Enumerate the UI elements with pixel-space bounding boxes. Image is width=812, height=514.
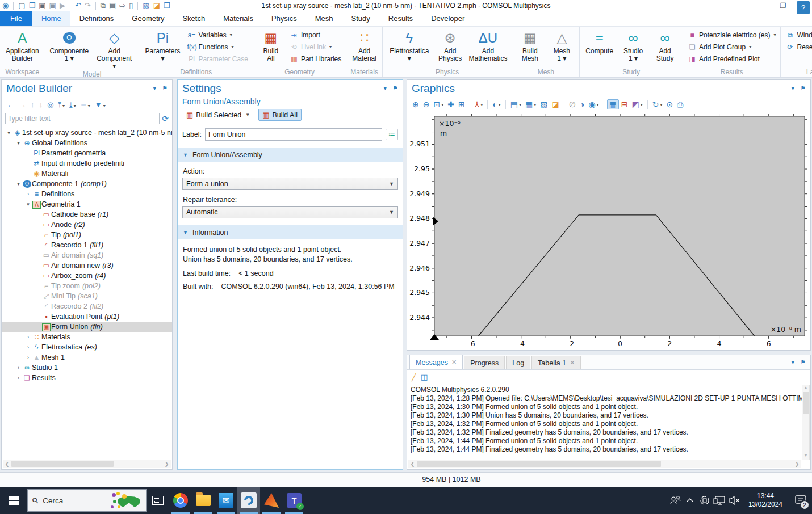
- ribbon-button-componente-1[interactable]: ΩComponente 1 ▾: [48, 28, 91, 70]
- tab-progress[interactable]: Progress: [464, 356, 505, 369]
- copy-button[interactable]: ⧉: [101, 1, 106, 11]
- tree-item-elettrostatica[interactable]: ›ϟElettrostatica(es): [2, 342, 172, 352]
- tree-item-mini-tip[interactable]: ⤢Mini Tip(sca1): [2, 291, 172, 301]
- mb-collapse-all-button[interactable]: ⤒▾: [56, 100, 66, 109]
- ribbon-button-parameters[interactable]: PiParameters ▾: [141, 28, 183, 68]
- chevron-right-icon[interactable]: ›: [15, 365, 22, 370]
- mb-node-text-button[interactable]: ≣▾: [79, 100, 92, 109]
- tree-item-geometria-1[interactable]: ▾AGeometria 1: [2, 199, 172, 209]
- scroll-left-icon[interactable]: ❮: [3, 461, 11, 467]
- taskbar-app-matlab[interactable]: [260, 487, 283, 514]
- panel-menu-icon[interactable]: ▾: [153, 85, 157, 92]
- paste-button[interactable]: ▤: [109, 1, 116, 11]
- mb-filter-button[interactable]: ▼▾: [93, 100, 107, 109]
- chevron-right-icon[interactable]: ›: [15, 375, 22, 381]
- msg-clear-button[interactable]: ╱: [412, 373, 416, 381]
- tab-log[interactable]: Log: [506, 356, 530, 369]
- mb-show-button[interactable]: ◎: [45, 100, 55, 109]
- panel-menu-icon[interactable]: ▾: [384, 85, 387, 92]
- information-section-header[interactable]: ▼ Information: [178, 225, 403, 239]
- tree-item-parametri-geometria[interactable]: PiParametri geometria: [2, 148, 172, 158]
- label-input[interactable]: [205, 128, 382, 141]
- refresh-icon[interactable]: ⟳: [162, 114, 169, 123]
- preview-button[interactable]: ❒: [164, 1, 170, 11]
- mb-move-up-button[interactable]: ↑: [29, 100, 36, 109]
- gfx-print-button[interactable]: ⎙: [675, 100, 685, 109]
- deselect-button[interactable]: ◪: [153, 1, 160, 11]
- tree-item-air-domain[interactable]: ▭Air domain(sq1): [2, 250, 172, 260]
- taskbar-search[interactable]: ⚲: [27, 489, 147, 512]
- chevron-right-icon[interactable]: ›: [24, 344, 32, 350]
- scroll-left-icon[interactable]: ❮: [408, 461, 417, 467]
- ribbon-button-application-builder[interactable]: AApplication Builder: [2, 28, 43, 68]
- repair-tolerance-select[interactable]: Automatic ▼: [182, 206, 398, 218]
- duplicate-button[interactable]: ⇨: [119, 1, 125, 11]
- filter-input[interactable]: [5, 113, 160, 124]
- build-selected-button[interactable]: ▦ Build Selected▼: [182, 109, 254, 121]
- tree-item-mesh-1[interactable]: ›▲Mesh 1: [2, 352, 172, 363]
- save-as-button[interactable]: ▣: [49, 1, 56, 11]
- tree-item-anode[interactable]: ▭Anode(r2): [2, 220, 172, 230]
- ribbon-button-add-study[interactable]: ∞Add Study: [650, 28, 680, 68]
- ribbon-button-elettrostatica[interactable]: ϟElettrostatica ▾: [385, 28, 434, 68]
- chevron-right-icon[interactable]: ›: [24, 334, 32, 340]
- undo-button[interactable]: ↶: [75, 1, 81, 11]
- close-tab-icon[interactable]: ✕: [451, 359, 457, 366]
- tree-item-studio-1[interactable]: ›∞Studio 1: [2, 363, 172, 373]
- ribbon-button-add-material[interactable]: ∷Add Material: [349, 28, 380, 68]
- new-button[interactable]: ▢: [18, 1, 25, 11]
- ribbon-button-parameter-case[interactable]: PiParameter Case: [185, 53, 250, 65]
- tree-item-materials[interactable]: ›∷Materials: [2, 332, 172, 342]
- gfx-axis-orientation-button[interactable]: ⅄▾: [473, 100, 485, 109]
- gfx-fit-width-button[interactable]: ⊞: [457, 100, 467, 109]
- gfx-snapshot-button[interactable]: ⊙: [665, 100, 675, 109]
- scroll-right-icon[interactable]: ❯: [162, 461, 171, 467]
- ribbon-button-mesh-1[interactable]: △Mesh 1 ▾: [546, 28, 577, 68]
- tab-geometry[interactable]: Geometry: [123, 11, 173, 26]
- tray-volume-muted-icon[interactable]: [727, 489, 742, 512]
- close-tab-icon[interactable]: ✕: [570, 359, 575, 366]
- tray-chevron-up-icon[interactable]: [683, 489, 697, 512]
- pin-icon[interactable]: ⚑: [800, 359, 806, 366]
- scroll-thumb[interactable]: [417, 461, 661, 467]
- chevron-right-icon[interactable]: ›: [24, 355, 32, 360]
- ribbon-button-reset-desktop[interactable]: ⟳Reset Desktop▾: [783, 41, 812, 53]
- taskbar-app-file-explorer[interactable]: [192, 487, 215, 514]
- action-select[interactable]: Form a union ▼: [182, 178, 398, 190]
- search-input[interactable]: [43, 496, 105, 505]
- tree-item-airbox-zoom[interactable]: ▭Airbox_zoom(r4): [2, 271, 172, 281]
- tree-item-raccordo-1[interactable]: ◜Raccordo 1(fil1): [2, 240, 172, 250]
- comsol-file-button[interactable]: ◉: [2, 1, 9, 11]
- ribbon-button-variables[interactable]: a=Variables▾: [185, 29, 250, 41]
- tray-sync-icon[interactable]: [697, 489, 712, 512]
- scroll-thumb[interactable]: [803, 392, 809, 414]
- tab-definitions[interactable]: Definitions: [70, 11, 123, 26]
- tree-item-componente-1[interactable]: ▾ΩComponente 1(comp1): [2, 179, 172, 189]
- gfx-grid-button[interactable]: ▦: [607, 99, 619, 109]
- gfx-zoom-box-button[interactable]: ⊡▾: [432, 100, 445, 109]
- taskbar-clock[interactable]: 13:44 13/02/2024: [744, 492, 787, 509]
- tree-item-1st-set-up-xray-source-mesh-lati-2-10-nm-5-nm[interactable]: ▾◈1st set-up xray source - mesh lati_2 (…: [2, 128, 172, 138]
- help-button[interactable]: ?: [797, 1, 810, 14]
- pin-icon[interactable]: ⚑: [162, 85, 168, 92]
- scroll-right-icon[interactable]: ❯: [793, 461, 801, 467]
- tree-item-tip-zoom[interactable]: ⌐Tip zoom(pol2): [2, 281, 172, 291]
- chevron-down-icon[interactable]: ▾: [24, 201, 32, 207]
- msg-export-table-button[interactable]: ◫: [421, 373, 428, 381]
- mb-move-down-button[interactable]: ↓: [37, 100, 45, 109]
- ribbon-button-build-mesh[interactable]: ▦Build Mesh: [514, 28, 545, 68]
- gfx-scene-light-button[interactable]: ◐▾: [491, 100, 502, 109]
- ribbon-button-import[interactable]: ⇥Import: [287, 29, 344, 41]
- tab-results[interactable]: Results: [379, 11, 422, 26]
- ribbon-button-studio-1[interactable]: ∞Studio 1 ▾: [618, 28, 648, 68]
- tree-item-evaluation-point[interactable]: ▪Evaluation Point(pt1): [2, 311, 172, 322]
- ribbon-button-windows[interactable]: ⧉Windows▾: [783, 29, 812, 41]
- ribbon-button-add-mathematics[interactable]: ΔUAdd Mathematics: [467, 28, 510, 68]
- delete-button[interactable]: ▯: [129, 1, 133, 11]
- gfx-update-button[interactable]: ↻▾: [651, 100, 664, 109]
- mb-expand-all-button[interactable]: ⤓▾: [68, 100, 78, 109]
- build-all-button[interactable]: ▦ Build All: [258, 109, 302, 121]
- taskbar-app-mail[interactable]: ✉: [215, 487, 237, 514]
- run-button[interactable]: ▶: [60, 1, 65, 11]
- panel-menu-icon[interactable]: ▾: [792, 85, 795, 92]
